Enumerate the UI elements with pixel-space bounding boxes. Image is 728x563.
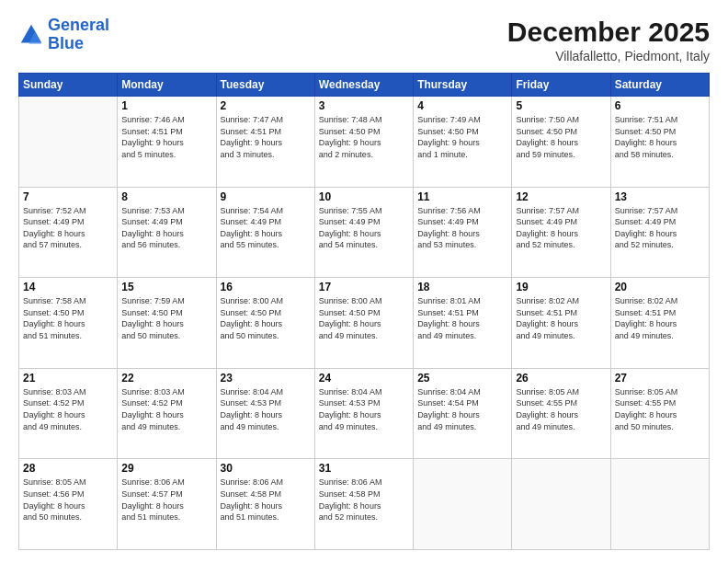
calendar-cell: [414, 459, 512, 550]
calendar-cell: 4Sunrise: 7:49 AMSunset: 4:50 PMDaylight…: [414, 97, 512, 188]
day-info: Sunrise: 7:56 AMSunset: 4:49 PMDaylight:…: [417, 205, 507, 251]
day-info: Sunrise: 8:03 AMSunset: 4:52 PMDaylight:…: [23, 386, 113, 432]
calendar-week-0: 1Sunrise: 7:46 AMSunset: 4:51 PMDaylight…: [19, 97, 710, 188]
day-info: Sunrise: 8:01 AMSunset: 4:51 PMDaylight:…: [417, 295, 507, 341]
calendar-cell: 24Sunrise: 8:04 AMSunset: 4:53 PMDayligh…: [314, 368, 413, 459]
calendar-cell: 11Sunrise: 7:56 AMSunset: 4:49 PMDayligh…: [414, 187, 512, 278]
day-number: 14: [23, 281, 113, 293]
month-title: December 2025: [507, 17, 710, 47]
day-info: Sunrise: 8:05 AMSunset: 4:55 PMDaylight:…: [615, 386, 705, 432]
calendar-table: Sunday Monday Tuesday Wednesday Thursday…: [18, 73, 710, 550]
calendar-cell: 25Sunrise: 8:04 AMSunset: 4:54 PMDayligh…: [414, 368, 512, 459]
calendar-cell: 31Sunrise: 8:06 AMSunset: 4:58 PMDayligh…: [314, 459, 413, 550]
calendar-header-row: Sunday Monday Tuesday Wednesday Thursday…: [19, 74, 710, 97]
day-number: 18: [417, 281, 507, 293]
calendar-cell: 3Sunrise: 7:48 AMSunset: 4:50 PMDaylight…: [314, 97, 413, 188]
calendar-week-2: 14Sunrise: 7:58 AMSunset: 4:50 PMDayligh…: [19, 278, 710, 369]
col-tuesday: Tuesday: [216, 74, 314, 97]
col-friday: Friday: [512, 74, 610, 97]
day-info: Sunrise: 7:53 AMSunset: 4:49 PMDaylight:…: [121, 205, 211, 251]
day-info: Sunrise: 8:06 AMSunset: 4:57 PMDaylight:…: [121, 477, 211, 523]
calendar-cell: 10Sunrise: 7:55 AMSunset: 4:49 PMDayligh…: [314, 187, 413, 278]
day-info: Sunrise: 8:05 AMSunset: 4:56 PMDaylight:…: [23, 477, 113, 523]
day-info: Sunrise: 8:06 AMSunset: 4:58 PMDaylight:…: [221, 477, 311, 523]
day-number: 16: [221, 281, 311, 293]
day-number: 30: [221, 462, 311, 475]
day-info: Sunrise: 8:04 AMSunset: 4:53 PMDaylight:…: [221, 386, 311, 432]
calendar-cell: [610, 459, 709, 550]
col-wednesday: Wednesday: [314, 74, 413, 97]
day-number: 19: [516, 281, 606, 293]
day-number: 4: [417, 99, 507, 112]
calendar-cell: 29Sunrise: 8:06 AMSunset: 4:57 PMDayligh…: [118, 459, 216, 550]
day-info: Sunrise: 7:52 AMSunset: 4:49 PMDaylight:…: [23, 205, 113, 251]
day-info: Sunrise: 8:00 AMSunset: 4:50 PMDaylight:…: [221, 295, 311, 341]
day-info: Sunrise: 7:46 AMSunset: 4:51 PMDaylight:…: [121, 114, 211, 160]
day-info: Sunrise: 7:57 AMSunset: 4:49 PMDaylight:…: [615, 205, 705, 251]
calendar-cell: [19, 97, 118, 188]
day-number: 27: [615, 372, 705, 385]
day-info: Sunrise: 7:48 AMSunset: 4:50 PMDaylight:…: [319, 114, 409, 160]
calendar-cell: 15Sunrise: 7:59 AMSunset: 4:50 PMDayligh…: [118, 278, 216, 369]
day-number: 9: [221, 190, 311, 203]
logo-general: General: [48, 16, 109, 34]
calendar-cell: 16Sunrise: 8:00 AMSunset: 4:50 PMDayligh…: [216, 278, 314, 369]
day-info: Sunrise: 8:02 AMSunset: 4:51 PMDaylight:…: [516, 295, 606, 341]
day-number: 2: [221, 99, 311, 112]
day-info: Sunrise: 7:54 AMSunset: 4:49 PMDaylight:…: [221, 205, 311, 251]
location: Villafalletto, Piedmont, Italy: [507, 49, 710, 63]
calendar-cell: 6Sunrise: 7:51 AMSunset: 4:50 PMDaylight…: [610, 97, 709, 188]
day-info: Sunrise: 7:55 AMSunset: 4:49 PMDaylight:…: [319, 205, 409, 251]
calendar-cell: 20Sunrise: 8:02 AMSunset: 4:51 PMDayligh…: [610, 278, 709, 369]
calendar-week-4: 28Sunrise: 8:05 AMSunset: 4:56 PMDayligh…: [19, 459, 710, 550]
calendar-cell: 21Sunrise: 8:03 AMSunset: 4:52 PMDayligh…: [19, 368, 118, 459]
day-info: Sunrise: 7:49 AMSunset: 4:50 PMDaylight:…: [417, 114, 507, 160]
day-info: Sunrise: 8:04 AMSunset: 4:54 PMDaylight:…: [417, 386, 507, 432]
header: General Blue December 2025 Villafalletto…: [18, 17, 710, 63]
day-info: Sunrise: 8:03 AMSunset: 4:52 PMDaylight:…: [121, 386, 211, 432]
day-number: 20: [615, 281, 705, 293]
day-number: 7: [23, 190, 113, 203]
day-info: Sunrise: 8:04 AMSunset: 4:53 PMDaylight:…: [319, 386, 409, 432]
day-info: Sunrise: 8:00 AMSunset: 4:50 PMDaylight:…: [319, 295, 409, 341]
title-area: December 2025 Villafalletto, Piedmont, I…: [507, 17, 710, 63]
calendar-cell: 9Sunrise: 7:54 AMSunset: 4:49 PMDaylight…: [216, 187, 314, 278]
day-number: 26: [516, 372, 606, 385]
day-info: Sunrise: 7:59 AMSunset: 4:50 PMDaylight:…: [121, 295, 211, 341]
day-number: 10: [319, 190, 409, 203]
col-saturday: Saturday: [610, 74, 709, 97]
calendar-cell: 17Sunrise: 8:00 AMSunset: 4:50 PMDayligh…: [314, 278, 413, 369]
calendar-cell: 27Sunrise: 8:05 AMSunset: 4:55 PMDayligh…: [610, 368, 709, 459]
day-info: Sunrise: 8:05 AMSunset: 4:55 PMDaylight:…: [516, 386, 606, 432]
day-info: Sunrise: 7:51 AMSunset: 4:50 PMDaylight:…: [615, 114, 705, 160]
page: General Blue December 2025 Villafalletto…: [0, 0, 728, 563]
calendar-week-1: 7Sunrise: 7:52 AMSunset: 4:49 PMDaylight…: [19, 187, 710, 278]
calendar-week-3: 21Sunrise: 8:03 AMSunset: 4:52 PMDayligh…: [19, 368, 710, 459]
day-info: Sunrise: 8:02 AMSunset: 4:51 PMDaylight:…: [615, 295, 705, 341]
day-number: 31: [319, 462, 409, 475]
day-number: 22: [121, 372, 211, 385]
calendar-cell: 30Sunrise: 8:06 AMSunset: 4:58 PMDayligh…: [216, 459, 314, 550]
day-number: 25: [417, 372, 507, 385]
col-sunday: Sunday: [19, 74, 118, 97]
day-number: 13: [615, 190, 705, 203]
calendar-cell: 22Sunrise: 8:03 AMSunset: 4:52 PMDayligh…: [118, 368, 216, 459]
calendar-cell: 13Sunrise: 7:57 AMSunset: 4:49 PMDayligh…: [610, 187, 709, 278]
day-info: Sunrise: 8:06 AMSunset: 4:58 PMDaylight:…: [319, 477, 409, 523]
col-monday: Monday: [118, 74, 216, 97]
day-number: 3: [319, 99, 409, 112]
calendar-cell: 28Sunrise: 8:05 AMSunset: 4:56 PMDayligh…: [19, 459, 118, 550]
logo-text: General Blue: [48, 17, 109, 53]
logo-icon: [18, 22, 44, 48]
calendar-cell: 26Sunrise: 8:05 AMSunset: 4:55 PMDayligh…: [512, 368, 610, 459]
day-info: Sunrise: 7:47 AMSunset: 4:51 PMDaylight:…: [221, 114, 311, 160]
logo: General Blue: [18, 17, 109, 53]
calendar-cell: 2Sunrise: 7:47 AMSunset: 4:51 PMDaylight…: [216, 97, 314, 188]
calendar-cell: 12Sunrise: 7:57 AMSunset: 4:49 PMDayligh…: [512, 187, 610, 278]
calendar-cell: 1Sunrise: 7:46 AMSunset: 4:51 PMDaylight…: [118, 97, 216, 188]
day-info: Sunrise: 7:50 AMSunset: 4:50 PMDaylight:…: [516, 114, 606, 160]
day-number: 17: [319, 281, 409, 293]
day-info: Sunrise: 7:57 AMSunset: 4:49 PMDaylight:…: [516, 205, 606, 251]
calendar-cell: [512, 459, 610, 550]
day-number: 21: [23, 372, 113, 385]
